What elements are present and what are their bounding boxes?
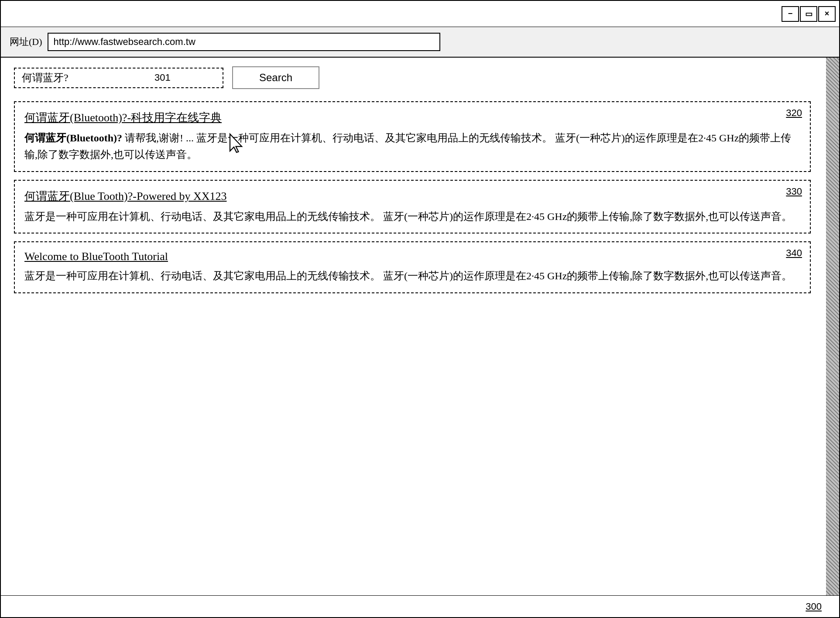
address-label: 网址(D) [10,35,42,48]
bottom-bar: 300 [1,595,839,617]
search-count: 301 [154,72,171,83]
search-input-container: 301 [14,68,223,88]
result-desc-bold-1: 何谓蓝牙(Bluetooth)? [24,132,122,144]
result-desc-1: 何谓蓝牙(Bluetooth)? 请帮我,谢谢! ... 蓝牙是一种可应用在计算… [24,130,800,163]
result-title-1[interactable]: 何谓蓝牙(Bluetooth)?-科技用字在线字典 [24,110,248,125]
minimize-button[interactable]: − [782,6,799,22]
close-button[interactable]: × [818,6,836,22]
address-input[interactable] [48,33,440,51]
restore-button[interactable]: ▭ [800,6,817,22]
result-desc-3: 蓝牙是一种可应用在计算机、行动电话、及其它家电用品上的无线传输技术。 蓝牙(一种… [24,268,800,284]
result-card-2: 330 何谓蓝牙(Blue Tooth)?-Powered by XX123 蓝… [14,180,811,233]
browser-window: − ▭ × 网址(D) 301 Search 320 何谓蓝牙(Bluetoot… [0,0,840,618]
result-card-3: 340 Welcome to BlueTooth Tutorial 蓝牙是一种可… [14,241,811,293]
title-bar-buttons: − ▭ × [782,6,836,22]
result-number-1[interactable]: 320 [786,107,802,119]
title-bar: − ▭ × [1,1,839,27]
main-content: 301 Search 320 何谓蓝牙(Bluetooth)?-科技用字在线字典… [1,58,839,595]
scrollbar[interactable] [826,58,839,595]
search-input[interactable] [22,72,150,84]
page-number[interactable]: 300 [806,601,822,612]
search-button[interactable]: Search [232,66,319,89]
result-title-3[interactable]: Welcome to BlueTooth Tutorial [24,250,194,263]
result-desc-2: 蓝牙是一种可应用在计算机、行动电话、及其它家电用品上的无线传输技术。 蓝牙(一种… [24,208,800,225]
address-bar: 网址(D) [1,27,839,58]
result-title-2[interactable]: 何谓蓝牙(Blue Tooth)?-Powered by XX123 [24,189,253,204]
result-desc-text-1: 请帮我,谢谢! ... 蓝牙是一种可应用在计算机、行动电话、及其它家电用品上的无… [24,132,791,160]
search-row: 301 Search [14,66,826,89]
result-card-1: 320 何谓蓝牙(Bluetooth)?-科技用字在线字典 何谓蓝牙(Bluet… [14,101,811,172]
result-number-2[interactable]: 330 [786,186,802,197]
result-number-3[interactable]: 340 [786,247,802,259]
